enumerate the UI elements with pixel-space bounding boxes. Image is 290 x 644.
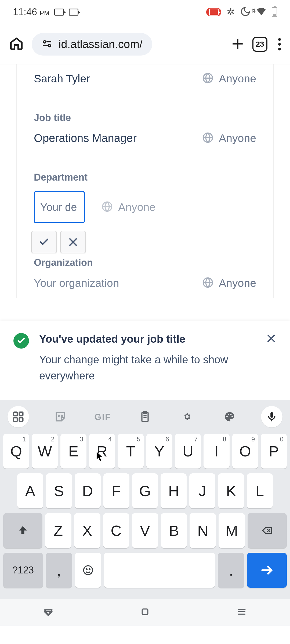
kb-mic-button[interactable] bbox=[261, 406, 282, 427]
key-period[interactable]: . bbox=[218, 553, 244, 588]
browser-bar: id.atlassian.com/ 23 bbox=[0, 24, 290, 64]
android-nav-bar bbox=[0, 599, 290, 626]
key-shift[interactable] bbox=[3, 513, 42, 548]
svg-point-21 bbox=[61, 415, 63, 416]
key-emoji[interactable] bbox=[75, 553, 102, 588]
svg-rect-18 bbox=[14, 418, 17, 421]
svg-point-28 bbox=[228, 414, 229, 415]
tab-switcher-button[interactable]: 23 bbox=[252, 37, 267, 52]
globe-icon bbox=[101, 200, 113, 214]
key-t[interactable]: T5 bbox=[118, 434, 144, 469]
success-check-icon bbox=[13, 333, 29, 349]
key-z[interactable]: Z bbox=[45, 513, 71, 548]
key-k[interactable]: K bbox=[218, 473, 244, 508]
confirm-button[interactable] bbox=[31, 231, 57, 253]
status-bar: 11:46 PM ✲ ⇅ bbox=[0, 0, 290, 24]
kb-apps-button[interactable] bbox=[8, 406, 29, 427]
key-w[interactable]: W2 bbox=[32, 434, 58, 469]
key-x[interactable]: X bbox=[74, 513, 100, 548]
svg-point-35 bbox=[84, 566, 92, 575]
overflow-menu-button[interactable] bbox=[278, 38, 281, 50]
svg-point-20 bbox=[59, 415, 60, 416]
svg-point-29 bbox=[230, 414, 231, 415]
key-l[interactable]: L bbox=[247, 473, 273, 508]
kb-clipboard-button[interactable] bbox=[134, 406, 156, 427]
nav-home-button[interactable] bbox=[139, 606, 151, 619]
svg-rect-40 bbox=[142, 609, 148, 615]
key-u[interactable]: U7 bbox=[175, 434, 201, 469]
key-r[interactable]: R4 bbox=[89, 434, 115, 469]
key-space[interactable] bbox=[104, 553, 215, 588]
svg-rect-16 bbox=[14, 412, 17, 416]
profile-name-value[interactable]: Sarah Tyler bbox=[34, 72, 202, 85]
organization-label: Organization bbox=[34, 257, 256, 268]
kb-sticker-button[interactable] bbox=[50, 406, 71, 427]
key-v[interactable]: V bbox=[132, 513, 158, 548]
nav-back-button[interactable] bbox=[43, 606, 54, 619]
key-backspace[interactable] bbox=[248, 513, 287, 548]
key-e[interactable]: E3 bbox=[60, 434, 86, 469]
visibility-anyone[interactable]: Anyone bbox=[202, 276, 256, 290]
svg-rect-19 bbox=[19, 418, 23, 421]
svg-point-3 bbox=[48, 44, 50, 47]
camera-icon bbox=[54, 9, 64, 16]
svg-point-26 bbox=[186, 415, 189, 418]
toast-close-button[interactable] bbox=[266, 333, 277, 384]
visibility-anyone[interactable]: Anyone bbox=[202, 72, 256, 85]
toast-title: You've updated your job title bbox=[39, 333, 256, 345]
key-j[interactable]: J bbox=[189, 473, 215, 508]
key-a[interactable]: A bbox=[17, 473, 43, 508]
key-d[interactable]: D bbox=[75, 473, 101, 508]
key-h[interactable]: H bbox=[161, 473, 187, 508]
svg-point-30 bbox=[231, 415, 233, 417]
key-g[interactable]: G bbox=[132, 473, 158, 508]
department-input[interactable]: Your de bbox=[34, 191, 85, 223]
svg-rect-31 bbox=[270, 412, 273, 418]
dnd-icon bbox=[240, 6, 251, 18]
home-icon[interactable] bbox=[9, 36, 24, 52]
on-screen-keyboard: GIF Q1W2E3R4T5Y6U7I8O9P0 ASDFGHJKL ZXCVB… bbox=[0, 400, 290, 599]
bluetooth-icon: ✲ bbox=[227, 6, 235, 18]
svg-point-36 bbox=[86, 569, 87, 570]
url-bar[interactable]: id.atlassian.com/ bbox=[32, 33, 152, 56]
recording-badge bbox=[206, 8, 221, 16]
wifi-icon: ⇅ bbox=[256, 6, 266, 18]
key-o[interactable]: O9 bbox=[232, 434, 258, 469]
key-p[interactable]: P0 bbox=[261, 434, 287, 469]
job-title-label: Job title bbox=[34, 112, 256, 123]
camera-icon bbox=[69, 9, 78, 16]
key-n[interactable]: N bbox=[190, 513, 216, 548]
key-comma[interactable]: , bbox=[46, 553, 72, 588]
key-i[interactable]: I8 bbox=[204, 434, 230, 469]
status-time: 11:46 PM bbox=[13, 6, 49, 18]
job-title-value[interactable]: Operations Manager bbox=[34, 132, 202, 145]
new-tab-button[interactable] bbox=[231, 37, 244, 52]
kb-gif-button[interactable]: GIF bbox=[92, 406, 114, 427]
key-b[interactable]: B bbox=[161, 513, 187, 548]
key-enter[interactable] bbox=[247, 553, 287, 588]
visibility-anyone[interactable]: Anyone bbox=[202, 131, 256, 145]
key-c[interactable]: C bbox=[103, 513, 129, 548]
visibility-anyone[interactable]: Anyone bbox=[101, 200, 155, 214]
svg-rect-17 bbox=[19, 412, 23, 416]
globe-icon bbox=[202, 276, 214, 290]
department-label: Department bbox=[34, 172, 256, 183]
cancel-button[interactable] bbox=[60, 231, 86, 253]
nav-recents-button[interactable] bbox=[236, 606, 247, 619]
svg-point-27 bbox=[226, 415, 227, 417]
url-text: id.atlassian.com/ bbox=[59, 38, 143, 51]
key-numbers[interactable]: ?123 bbox=[3, 553, 43, 588]
success-toast: You've updated your job title Your chang… bbox=[0, 321, 290, 400]
key-s[interactable]: S bbox=[46, 473, 72, 508]
organization-value[interactable]: Your organization bbox=[34, 277, 202, 290]
globe-icon bbox=[202, 72, 214, 85]
key-f[interactable]: F bbox=[103, 473, 129, 508]
key-m[interactable]: M bbox=[219, 513, 245, 548]
key-q[interactable]: Q1 bbox=[3, 434, 29, 469]
svg-point-37 bbox=[89, 569, 90, 570]
battery-icon bbox=[272, 7, 277, 17]
kb-theme-button[interactable] bbox=[219, 406, 240, 427]
kb-settings-button[interactable] bbox=[176, 406, 198, 427]
site-settings-icon[interactable] bbox=[41, 38, 53, 50]
key-y[interactable]: Y6 bbox=[146, 434, 172, 469]
